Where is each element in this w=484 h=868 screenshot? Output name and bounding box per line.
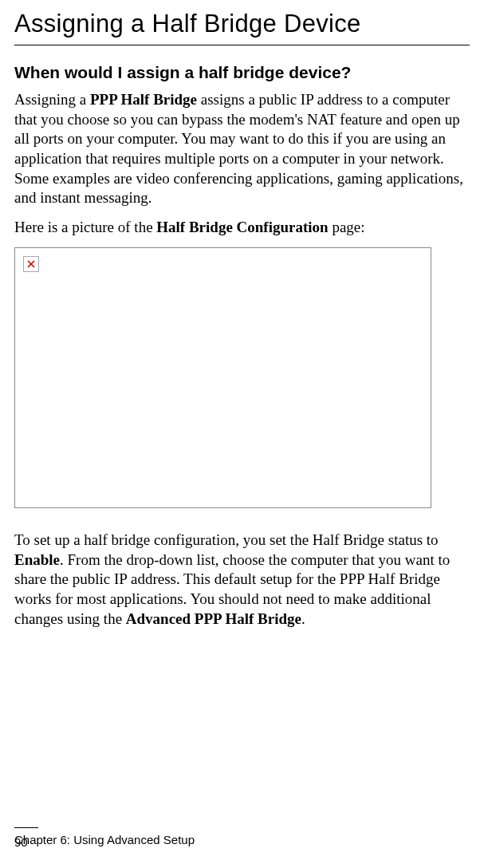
text-run: .	[301, 610, 305, 627]
page-number: 90	[14, 835, 28, 849]
text-run: Here is a picture of the	[14, 219, 156, 235]
paragraph-1: Assigning a PPP Half Bridge assigns a pu…	[14, 90, 470, 208]
bold-term-advanced-ppp-half-bridge: Advanced PPP Half Bridge	[126, 610, 301, 627]
broken-image-icon	[23, 256, 39, 272]
title-divider	[14, 45, 470, 45]
paragraph-3: To set up a half bridge configuration, y…	[14, 531, 470, 629]
footer-divider	[14, 827, 38, 828]
figure-placeholder	[14, 247, 431, 508]
bold-term-enable: Enable	[14, 551, 60, 568]
paragraph-2: Here is a picture of the Half Bridge Con…	[14, 218, 470, 238]
page-title: Assigning a Half Bridge Device	[14, 10, 470, 38]
bold-term-half-bridge-configuration: Half Bridge Configuration	[156, 219, 328, 235]
text-run: assigns a public IP address to a compute…	[14, 91, 463, 206]
text-run: To set up a half bridge configuration, y…	[14, 531, 439, 548]
section-heading: When would I assign a half bridge device…	[14, 63, 470, 82]
bold-term-ppp-half-bridge: PPP Half Bridge	[90, 91, 197, 108]
page-footer: 90 Chapter 6: Using Advanced Setup	[14, 827, 470, 849]
text-run: Assigning a	[14, 91, 90, 108]
text-run: page:	[329, 219, 365, 235]
footer-chapter-label: Chapter 6: Using Advanced Setup	[14, 833, 195, 846]
